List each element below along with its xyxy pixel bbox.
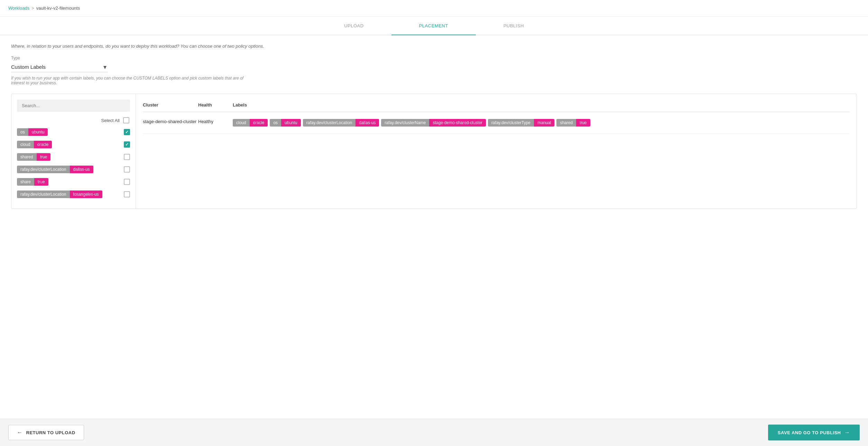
label-tags-clusterlocation-la: rafay.dev/clusterLocation losangeles-us (17, 191, 102, 198)
tag-value: oracle (34, 141, 52, 148)
breadcrumb: Workloads > vault-kv-v2-filemounts (0, 0, 868, 17)
left-panel: Select All os ubuntu cloud oracle (11, 94, 136, 208)
return-button-label: RETURN TO UPLOAD (26, 430, 75, 435)
tag-key: rafay.dev/clusterLocation (17, 166, 70, 173)
select-all-checkbox[interactable] (123, 117, 129, 123)
label-checkbox-3[interactable] (124, 166, 130, 173)
label-pair: rafay.dev/clusterLocation dallas-us (303, 119, 379, 127)
tab-placement[interactable]: PLACEMENT (391, 17, 476, 35)
list-item: rafay.dev/clusterLocation dallas-us (17, 166, 130, 173)
tag-key: cloud (17, 141, 34, 148)
col-cluster: Cluster (143, 102, 198, 108)
tag-key: rafay.dev/clusterType (488, 119, 534, 127)
select-all-label: Select All (101, 118, 120, 123)
table-header: Cluster Health Labels (143, 100, 850, 112)
custom-labels-hint: If you wish to run your app with certain… (11, 76, 253, 85)
table-row: stage-demo-shared-cluster Healthy cloud … (143, 112, 850, 134)
tag-value: true (576, 119, 590, 127)
tag-key: os (17, 128, 28, 136)
tab-upload[interactable]: UPLOAD (316, 17, 391, 35)
tag-key: rafay.dev/clusterName (381, 119, 429, 127)
tag-value: ubuntu (281, 119, 301, 127)
search-input[interactable] (17, 100, 130, 112)
save-and-publish-button[interactable]: SAVE AND GO TO PUBLISH (768, 425, 860, 440)
tag-key: shared (17, 153, 37, 161)
panels-container: Select All os ubuntu cloud oracle (11, 94, 857, 209)
label-checkbox-2[interactable] (124, 154, 130, 160)
type-select[interactable]: Custom Labels (11, 62, 108, 72)
label-tags-shared-true: shared true (17, 153, 50, 161)
list-item: os ubuntu (17, 128, 130, 136)
health-status: Healthy (198, 119, 233, 124)
list-item: shared true (17, 153, 130, 161)
tag-key: shared (556, 119, 576, 127)
label-checkbox-4[interactable] (124, 179, 130, 185)
label-tags-clusterlocation-dallas: rafay.dev/clusterLocation dallas-us (17, 166, 93, 173)
type-select-wrapper: Custom Labels ▾ (11, 62, 108, 72)
return-to-upload-button[interactable]: RETURN TO UPLOAD (8, 425, 84, 440)
placement-description: Where, in relation to your users and end… (11, 44, 857, 49)
type-label: Type (11, 56, 857, 61)
label-tags-os-ubuntu: os ubuntu (17, 128, 48, 136)
label-checkbox-0[interactable] (124, 129, 130, 135)
breadcrumb-current-page: vault-kv-v2-filemounts (36, 6, 80, 11)
col-labels: Labels (233, 102, 850, 108)
label-tags-cloud-oracle: cloud oracle (17, 141, 52, 148)
tag-value: dallas-us (70, 166, 93, 173)
label-checkbox-5[interactable] (124, 191, 130, 197)
tag-value: oracle (250, 119, 268, 127)
tag-value: manual (534, 119, 554, 127)
right-panel: Cluster Health Labels stage-demo-shared-… (136, 94, 857, 208)
tag-value: ubuntu (28, 128, 48, 136)
tag-value: stage-demo-shared-cluster (429, 119, 486, 127)
tag-value: dallas-us (355, 119, 379, 127)
tag-key: rafay.dev/clusterLocation (17, 191, 70, 198)
tabs-container: UPLOAD PLACEMENT PUBLISH (0, 17, 868, 35)
label-pair: cloud oracle (233, 119, 268, 127)
select-all-row: Select All (17, 117, 130, 123)
main-content: Where, in relation to your users and end… (0, 35, 868, 419)
breadcrumb-separator: > (31, 6, 34, 11)
label-pair: os ubuntu (270, 119, 301, 127)
label-tags-share-true: share true (17, 178, 48, 186)
tab-publish[interactable]: PUBLISH (476, 17, 552, 35)
tag-key: cloud (233, 119, 250, 127)
list-item: share true (17, 178, 130, 186)
tag-key: share (17, 178, 34, 186)
arrow-left-icon (17, 429, 23, 436)
label-checkbox-1[interactable] (124, 141, 130, 148)
col-health: Health (198, 102, 233, 108)
tag-value: true (34, 178, 48, 186)
cluster-name: stage-demo-shared-cluster (143, 119, 198, 124)
label-pair: rafay.dev/clusterType manual (488, 119, 555, 127)
tag-key: os (270, 119, 281, 127)
tag-value: losangeles-us (70, 191, 102, 198)
list-item: cloud oracle (17, 141, 130, 148)
save-button-label: SAVE AND GO TO PUBLISH (778, 430, 841, 435)
list-item: rafay.dev/clusterLocation losangeles-us (17, 191, 130, 198)
tag-key: rafay.dev/clusterLocation (303, 119, 356, 127)
tag-value: true (37, 153, 51, 161)
bottom-bar: RETURN TO UPLOAD SAVE AND GO TO PUBLISH (0, 419, 868, 446)
label-pair: shared true (556, 119, 590, 127)
cluster-labels: cloud oracle os ubuntu rafay.dev/cluster… (233, 119, 850, 127)
breadcrumb-workloads-link[interactable]: Workloads (8, 6, 29, 11)
label-pair: rafay.dev/clusterName stage-demo-shared-… (381, 119, 486, 127)
